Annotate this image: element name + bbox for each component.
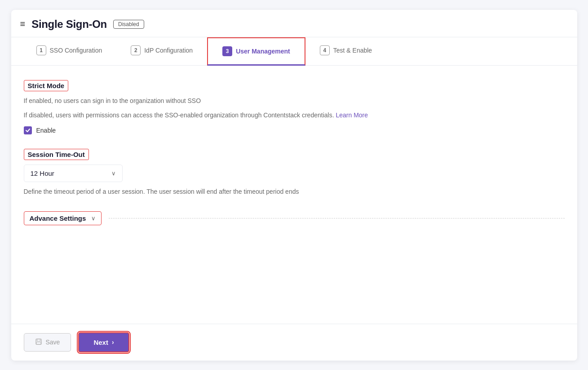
tab-number-3: 3 xyxy=(222,46,232,56)
tab-label-idp: IdP Configuration xyxy=(144,47,193,54)
save-icon xyxy=(35,338,42,347)
session-timeout-dropdown[interactable]: 12 Hour ∨ xyxy=(24,165,123,182)
next-label: Next xyxy=(93,339,108,346)
tab-user-management[interactable]: 3 User Management xyxy=(207,37,305,66)
strict-mode-title: Strict Mode xyxy=(24,80,69,91)
hamburger-icon[interactable]: ≡ xyxy=(20,19,26,29)
save-button[interactable]: Save xyxy=(24,333,71,352)
status-badge: Disabled xyxy=(113,20,144,29)
dropdown-value: 12 Hour xyxy=(31,169,54,177)
enable-checkbox-row: Enable xyxy=(24,126,565,134)
next-arrow-icon: › xyxy=(112,339,114,346)
learn-more-link[interactable]: Learn More xyxy=(336,111,368,119)
advance-settings-chevron-icon: ∨ xyxy=(91,215,96,222)
session-timeout-section: Session Time-Out 12 Hour ∨ Define the ti… xyxy=(24,149,565,196)
tab-label-user-mgmt: User Management xyxy=(236,48,290,55)
main-content: Strict Mode If enabled, no users can sig… xyxy=(11,66,577,324)
advance-divider-line xyxy=(109,218,564,218)
enable-checkbox[interactable] xyxy=(24,126,32,134)
page-title: Single Sign-On xyxy=(31,18,107,31)
app-container: ≡ Single Sign-On Disabled 1 SSO Configur… xyxy=(11,10,577,361)
tab-number-2: 2 xyxy=(131,45,141,55)
strict-mode-section: Strict Mode If enabled, no users can sig… xyxy=(24,80,565,135)
footer-bar: Save Next › xyxy=(11,324,577,361)
save-label: Save xyxy=(46,339,60,346)
advance-settings-row: Advance Settings ∨ xyxy=(24,211,565,225)
next-button[interactable]: Next › xyxy=(78,332,129,352)
session-timeout-desc: Define the timeout period of a user sess… xyxy=(24,187,565,196)
tab-idp-configuration[interactable]: 2 IdP Configuration xyxy=(116,37,207,65)
tab-number-4: 4 xyxy=(320,45,330,55)
chevron-down-icon: ∨ xyxy=(111,170,116,177)
tab-number-1: 1 xyxy=(36,45,46,55)
svg-rect-0 xyxy=(36,339,41,344)
advance-settings-label: Advance Settings xyxy=(30,214,86,222)
session-timeout-title: Session Time-Out xyxy=(24,149,89,160)
header: ≡ Single Sign-On Disabled xyxy=(11,10,577,37)
advance-settings-toggle[interactable]: Advance Settings ∨ xyxy=(24,211,102,225)
strict-mode-desc2: If disabled, users with permissions can … xyxy=(24,110,565,120)
strict-mode-desc1: If enabled, no users can sign in to the … xyxy=(24,96,565,106)
tab-test-enable[interactable]: 4 Test & Enable xyxy=(305,37,386,65)
tabs-bar: 1 SSO Configuration 2 IdP Configuration … xyxy=(11,37,577,66)
tab-label-test: Test & Enable xyxy=(333,47,372,54)
tab-label-sso: SSO Configuration xyxy=(50,47,102,54)
enable-label: Enable xyxy=(36,127,56,134)
tab-sso-configuration[interactable]: 1 SSO Configuration xyxy=(22,37,117,65)
